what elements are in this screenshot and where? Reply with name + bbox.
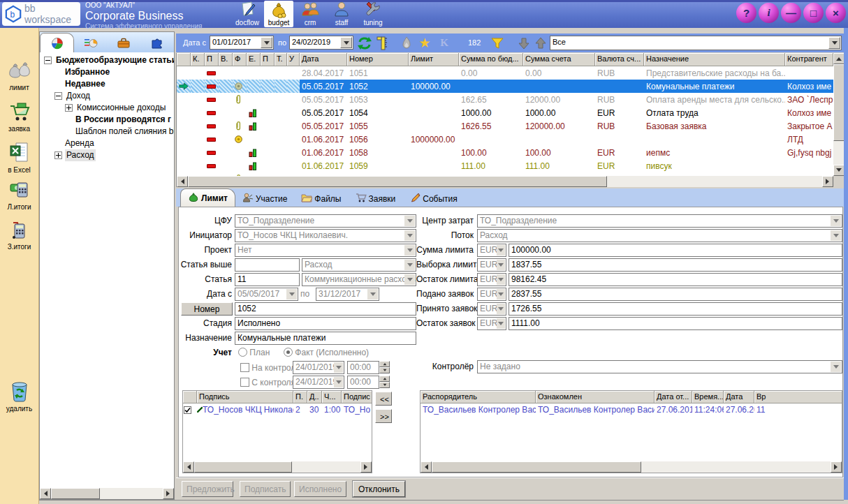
from-control-date-picker[interactable]: 24/01/2019 xyxy=(293,376,344,389)
tab-uchastie[interactable]: Участие xyxy=(235,191,294,207)
grid-vertical-scrollbar[interactable] xyxy=(833,53,845,176)
grid-row[interactable]: 05.05.201710551626.55120000.00RUBБазовая… xyxy=(177,119,833,133)
money-value-3[interactable]: 2837.55 xyxy=(509,288,842,301)
tree-collapse-icon[interactable] xyxy=(44,57,52,64)
article-category-select[interactable]: Коммуникационные расходы xyxy=(302,273,416,286)
tab-events[interactable]: События xyxy=(402,191,465,207)
date-to-picker[interactable]: 24/02/2019 xyxy=(289,36,353,50)
module-budget[interactable]: budget xyxy=(264,1,293,27)
tree-tab-puzzle[interactable] xyxy=(140,34,173,52)
chevron-down-icon[interactable] xyxy=(367,289,378,299)
grid-row[interactable]: 05.05.20171053162.6512000.00RUBОплата ар… xyxy=(177,93,833,106)
sidebar-item-zayavka[interactable]: заявка xyxy=(0,101,38,133)
transfer-right-button[interactable]: >> xyxy=(375,409,392,423)
chevron-down-icon[interactable] xyxy=(404,274,415,285)
move-up-button[interactable] xyxy=(532,35,549,51)
date-from-picker[interactable]: 01/01/2017 xyxy=(210,36,274,50)
managers-horizontal-scrollbar[interactable] xyxy=(421,461,842,473)
tree-item[interactable]: Расход xyxy=(40,149,174,161)
number-button[interactable]: Номер xyxy=(181,302,233,316)
move-down-button[interactable] xyxy=(516,35,532,51)
chevron-down-icon[interactable] xyxy=(831,362,841,372)
chevron-down-icon[interactable] xyxy=(497,289,505,299)
grid-column-5[interactable]: Е. xyxy=(247,53,261,66)
tree-item[interactable]: Шаблон полей слияния bb xyxy=(40,126,174,138)
chevron-down-icon[interactable] xyxy=(404,260,415,270)
tree-item[interactable]: Аренда xyxy=(40,138,174,149)
grid-column-0[interactable] xyxy=(177,53,191,66)
chevron-down-icon[interactable] xyxy=(261,37,272,48)
tree-expand-icon[interactable] xyxy=(54,151,62,159)
tree-item[interactable]: Бюджетообразующие статьи xyxy=(40,54,174,66)
module-staff[interactable]: staff xyxy=(327,1,356,27)
tree-tab-briefcase[interactable] xyxy=(107,34,140,52)
on-control-date-picker[interactable]: 24/01/2019 xyxy=(293,361,344,374)
money-currency-0[interactable]: EUR xyxy=(477,244,506,257)
chevron-down-icon[interactable] xyxy=(831,216,841,226)
grid-column-4[interactable]: Ф xyxy=(233,53,247,66)
cfu-select[interactable]: ТО_Подразделение xyxy=(235,214,416,228)
grid-column-1[interactable]: К. xyxy=(191,53,205,66)
cost-center-select[interactable]: ТО_Подразделение xyxy=(477,214,842,228)
from-control-time-field[interactable]: 00:00 xyxy=(347,376,379,389)
filter-button[interactable] xyxy=(489,35,506,51)
tree-item[interactable]: Доход xyxy=(40,90,174,102)
money-value-1[interactable]: 1837.55 xyxy=(509,258,842,272)
number-field[interactable]: 1052 xyxy=(235,302,416,316)
tab-limit[interactable]: Лимит xyxy=(180,188,235,207)
from-control-checkbox[interactable]: С контроля xyxy=(240,378,295,387)
money-currency-4[interactable]: EUR xyxy=(477,302,506,316)
grid-row[interactable]: 05.05.201710541000.001000.00EURОтлата тр… xyxy=(177,106,833,119)
footer-button-1[interactable]: Подписать xyxy=(240,481,291,497)
signatures-horizontal-scrollbar[interactable] xyxy=(183,461,372,473)
money-value-2[interactable]: 98162.45 xyxy=(509,273,842,286)
tree-item[interactable]: Избранное xyxy=(40,66,174,78)
money-currency-1[interactable]: EUR xyxy=(477,258,506,272)
money-value-0[interactable]: 100000.00 xyxy=(509,244,842,257)
grid-column-12[interactable]: Сумма по бюд... xyxy=(459,53,523,66)
signature-row[interactable]: ТО_Носов ЧКЦ Николаевич 2 30 1:00 ТО_Но xyxy=(183,403,372,416)
article-above-field[interactable] xyxy=(235,258,300,272)
uchet-plan-radio[interactable]: План xyxy=(238,348,270,357)
grid-column-3[interactable]: В. xyxy=(219,53,233,66)
detail-date-from-picker[interactable]: 05/05/2017 xyxy=(235,288,298,301)
tree-tab-pie-list[interactable] xyxy=(74,34,107,52)
initiator-select[interactable]: ТО_Носов ЧКЦ Николаевич. xyxy=(235,229,416,242)
footer-button-3[interactable]: Отклонить xyxy=(353,481,405,497)
grid-column-2[interactable]: П xyxy=(205,53,219,66)
chevron-down-icon[interactable] xyxy=(828,37,840,49)
tree-expand-icon[interactable] xyxy=(65,104,73,112)
sidebar-item-litogi[interactable]: Л.итоги xyxy=(0,179,38,211)
info-button[interactable]: i xyxy=(759,3,779,23)
grid-row[interactable]: 01.06.20171059111.00111.00EURпивсук xyxy=(177,159,833,172)
chevron-down-icon[interactable] xyxy=(497,260,505,270)
on-control-checkbox[interactable]: На контроль xyxy=(240,363,300,373)
tree-horizontal-scrollbar[interactable] xyxy=(40,488,174,499)
ruler-button[interactable] xyxy=(374,35,391,51)
money-currency-3[interactable]: EUR xyxy=(477,288,506,301)
grid-column-11[interactable]: Лимит xyxy=(409,53,459,66)
article-above-flow-select[interactable]: Расход xyxy=(302,258,416,272)
grid-column-13[interactable]: Сумма счета xyxy=(523,53,595,66)
on-control-time-spinner[interactable] xyxy=(379,361,390,374)
maximize-button[interactable]: □ xyxy=(803,3,824,23)
star-button[interactable]: ★ xyxy=(416,35,433,51)
module-crm[interactable]: crm xyxy=(295,1,325,27)
grid-column-16[interactable]: Контрагент xyxy=(785,53,833,66)
on-control-time-field[interactable]: 00:00 xyxy=(347,361,379,374)
grid-horizontal-scrollbar[interactable] xyxy=(177,176,833,187)
chevron-down-icon[interactable] xyxy=(334,362,343,373)
chevron-down-icon[interactable] xyxy=(497,245,505,255)
grid-column-10[interactable]: Номер xyxy=(347,53,409,66)
checked-checkbox-icon[interactable] xyxy=(184,406,191,414)
chevron-down-icon[interactable] xyxy=(497,304,505,314)
flame-button[interactable] xyxy=(398,35,415,51)
chevron-down-icon[interactable] xyxy=(404,245,415,255)
from-control-time-spinner[interactable] xyxy=(379,376,390,389)
grid-column-14[interactable]: Валюта сч... xyxy=(595,53,644,66)
grid-row[interactable]: 01.06.201710561000000.00ЛТД xyxy=(177,133,833,146)
article-field[interactable]: 11 xyxy=(235,273,300,286)
money-currency-5[interactable]: EUR xyxy=(477,317,506,330)
chevron-down-icon[interactable] xyxy=(831,230,841,241)
money-currency-2[interactable]: EUR xyxy=(477,273,506,286)
